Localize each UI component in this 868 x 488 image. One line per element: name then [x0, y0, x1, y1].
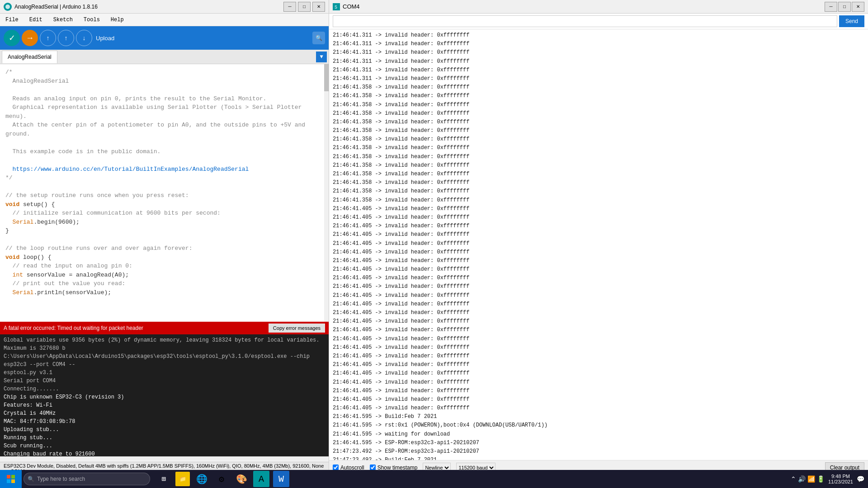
copy-error-button[interactable]: Copy error messages: [269, 324, 325, 333]
send-bar: Send: [329, 14, 868, 29]
serial-output-line: 21:46:41.358 -> invalid header: 0xffffff…: [333, 144, 864, 152]
code-line: */: [5, 174, 323, 183]
serial-output-line: 21:46:41.405 -> invalid header: 0xffffff…: [333, 352, 864, 361]
explorer-icon[interactable]: 📁: [175, 472, 190, 486]
new-button[interactable]: ↑: [40, 30, 56, 46]
paint-icon[interactable]: 🎨: [233, 471, 250, 487]
serial-monitor-title-bar: S COM4 ─ □ ✕: [329, 0, 868, 14]
start-button[interactable]: [0, 470, 22, 488]
taskbar-time: 9:48 PM 11/23/2021: [828, 474, 853, 484]
console-line: Chip is unknown ESP32-C3 (revision 3): [4, 393, 325, 401]
taskbar-app-icons: ⊞ 📁 🌐 ⚙️ 🎨 A W: [156, 471, 289, 487]
code-line: void loop() {: [5, 253, 323, 262]
close-button[interactable]: ✕: [312, 2, 325, 12]
console-line: Features: Wi-Fi: [4, 401, 325, 409]
serial-output-line: 21:46:41.595 -> rst:0x1 (POWERON),boot:0…: [333, 421, 864, 430]
menu-sketch[interactable]: Sketch: [52, 16, 75, 24]
arduino-logo: [4, 3, 12, 11]
serial-output: 21:46:41.311 -> invalid header: 0xffffff…: [329, 29, 868, 460]
serial-send-input[interactable]: [333, 15, 837, 27]
serial-output-line: 21:46:41.405 -> invalid header: 0xffffff…: [333, 239, 864, 248]
svg-rect-5: [7, 479, 10, 483]
serial-output-line: 21:46:41.405 -> invalid header: 0xffffff…: [333, 205, 864, 213]
upload-label: Upload: [96, 35, 114, 42]
maximize-button[interactable]: □: [298, 2, 311, 12]
code-scrollbar-thumb[interactable]: [324, 64, 329, 91]
taskbar-right: ⌃ 🔊 📶 🔋 9:48 PM 11/23/2021 💬: [787, 474, 868, 484]
arduino-window-title: AnalogReadSerial | Arduino 1.8.16: [14, 4, 98, 10]
serial-output-line: 21:46:41.405 -> invalid header: 0xffffff…: [333, 230, 864, 239]
code-editor: /* AnalogReadSerial Reads an analog inpu…: [0, 64, 329, 322]
upload-button[interactable]: →: [22, 30, 38, 46]
code-line: [5, 183, 323, 192]
svg-text:S: S: [335, 5, 337, 10]
serial-output-line: 21:46:41.311 -> invalid header: 0xffffff…: [333, 31, 864, 40]
serial-output-line: 21:46:41.311 -> invalid header: 0xffffff…: [333, 57, 864, 66]
serial-output-line: 21:46:41.358 -> invalid header: 0xffffff…: [333, 101, 864, 109]
minimize-button[interactable]: ─: [283, 2, 296, 12]
code-line: Graphical representation is available us…: [5, 103, 323, 121]
code-line: This example code is in the public domai…: [5, 147, 323, 156]
code-line: [5, 235, 323, 244]
menu-file[interactable]: File: [4, 16, 20, 24]
tab-analogreadserial[interactable]: AnalogReadSerial: [2, 51, 57, 63]
toolbar: ✓ → ↑ ↑ ↓ Upload 🔍: [0, 26, 329, 50]
serial-output-line: 21:46:41.311 -> invalid header: 0xffffff…: [333, 75, 864, 83]
code-line: // the loop routine runs over and over a…: [5, 244, 323, 253]
menu-help[interactable]: Help: [109, 16, 126, 24]
code-line: Serial.println(sensorValue);: [5, 288, 323, 297]
menu-edit[interactable]: Edit: [28, 16, 44, 24]
console-line: Uploading stub...: [4, 426, 325, 434]
code-line: https://www.arduino.cc/en/Tutorial/Built…: [5, 165, 323, 174]
search-placeholder: Type here to search: [37, 476, 85, 482]
code-content: /* AnalogReadSerial Reads an analog inpu…: [0, 64, 329, 322]
horizontal-scrollbar[interactable]: [0, 456, 329, 462]
serial-close-button[interactable]: ✕: [852, 2, 864, 12]
code-scrollbar[interactable]: [324, 64, 329, 322]
console-line: Crystal is 40MHz: [4, 409, 325, 418]
serial-output-line: 21:46:41.358 -> invalid header: 0xffffff…: [333, 170, 864, 178]
word-taskbar-icon[interactable]: W: [273, 471, 289, 487]
serial-output-line: 21:46:41.358 -> invalid header: 0xffffff…: [333, 127, 864, 135]
serial-output-line: 21:46:41.358 -> invalid header: 0xffffff…: [333, 187, 864, 196]
edge-icon[interactable]: 🌐: [193, 471, 210, 487]
console-line: Changing baud rate to 921600: [4, 450, 325, 456]
search-icon[interactable]: 🔍: [312, 32, 325, 44]
serial-output-line: 21:46:41.405 -> invalid header: 0xffffff…: [333, 378, 864, 387]
arduino-title-bar: AnalogReadSerial | Arduino 1.8.16 ─ □ ✕: [0, 0, 329, 14]
serial-output-line: 21:46:41.405 -> invalid header: 0xffffff…: [333, 257, 864, 265]
error-message: A fatal error occurred: Timed out waitin…: [4, 325, 143, 331]
save-button[interactable]: ↓: [76, 30, 92, 46]
chrome-icon[interactable]: ⚙️: [213, 471, 230, 487]
serial-output-line: 21:46:41.405 -> invalid header: 0xffffff…: [333, 335, 864, 343]
taskview-icon[interactable]: ⊞: [156, 471, 172, 487]
arduino-taskbar-icon[interactable]: A: [253, 471, 269, 487]
code-line: /*: [5, 68, 323, 77]
code-line: int sensorValue = analogRead(A0);: [5, 271, 323, 280]
serial-send-button[interactable]: Send: [839, 15, 864, 27]
serial-output-line: 21:46:41.405 -> invalid header: 0xffffff…: [333, 300, 864, 309]
serial-output-line: 21:46:41.358 -> invalid header: 0xffffff…: [333, 118, 864, 127]
tab-bar: AnalogReadSerial ▼: [0, 50, 329, 64]
taskbar-search[interactable]: 🔍 Type here to search: [24, 473, 150, 485]
open-button[interactable]: ↑: [58, 30, 74, 46]
serial-output-line: 21:46:41.405 -> invalid header: 0xffffff…: [333, 343, 864, 352]
serial-output-line: 21:46:41.358 -> invalid header: 0xffffff…: [333, 83, 864, 92]
svg-rect-3: [7, 475, 10, 479]
tab-dropdown[interactable]: ▼: [316, 52, 327, 62]
serial-output-line: 21:46:41.405 -> invalid header: 0xffffff…: [333, 248, 864, 257]
console-line: esptool.py v3.1: [4, 369, 325, 377]
notification-icon[interactable]: 💬: [857, 475, 864, 483]
serial-minimize-button[interactable]: ─: [825, 2, 837, 12]
console-line: Serial port COM4: [4, 377, 325, 385]
verify-button[interactable]: ✓: [4, 30, 20, 46]
serial-output-line: 21:46:41.595 -> Build:Feb 7 2021: [333, 413, 864, 421]
code-line: Attach the center pin of a potentiometer…: [5, 121, 323, 138]
menu-tools[interactable]: Tools: [82, 16, 102, 24]
console-line: Running stub...: [4, 434, 325, 442]
error-panel: A fatal error occurred: Timed out waitin…: [0, 322, 329, 334]
serial-maximize-button[interactable]: □: [838, 2, 851, 12]
serial-output-line: 21:46:41.405 -> invalid header: 0xffffff…: [333, 395, 864, 404]
serial-output-line: 21:46:41.358 -> invalid header: 0xffffff…: [333, 178, 864, 187]
serial-monitor-title: COM4: [343, 3, 360, 10]
